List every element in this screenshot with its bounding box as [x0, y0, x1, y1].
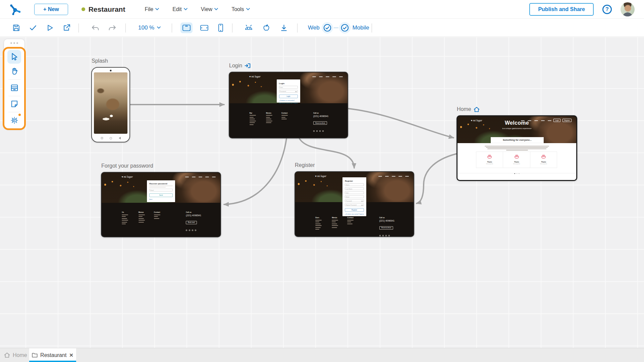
back-link: Back [149, 198, 172, 200]
export-button[interactable] [62, 23, 71, 32]
project-status-dot [82, 7, 85, 11]
web-label: Web [308, 24, 320, 31]
hand-icon [10, 67, 19, 76]
device-desktop-button[interactable] [180, 22, 193, 33]
chevron-down-icon [184, 8, 187, 10]
web-toggle[interactable] [322, 22, 333, 34]
toggle-connector [334, 27, 338, 28]
redo-button[interactable] [108, 23, 116, 32]
components-icon [10, 116, 19, 125]
publish-share-button[interactable]: Publish and Share [529, 3, 594, 16]
divider [297, 23, 298, 33]
divider [8, 79, 20, 80]
close-icon[interactable]: ✕ [69, 352, 73, 358]
nav-back-icon [119, 137, 121, 139]
splash-photo [94, 72, 127, 134]
splash-phone-frame [91, 67, 130, 142]
desktop-icon [182, 24, 191, 32]
templates-tool[interactable] [7, 97, 21, 111]
menu-tools[interactable]: Tools [231, 6, 250, 12]
user-field: User [279, 86, 298, 88]
site-logo: ♥ mi lugar [471, 119, 482, 122]
new-button[interactable]: + New [34, 4, 68, 15]
zoom-value: 100 % [138, 24, 154, 31]
zoom-select[interactable]: 100 % [138, 24, 161, 31]
simulate-button[interactable] [46, 23, 54, 32]
save-icon [12, 23, 20, 32]
login-page-thumbnail: ♥ mi lugar Login User Password Login ¿Ol… [229, 72, 348, 138]
android-export-button[interactable] [244, 24, 253, 32]
label-text: Forgot your password [101, 163, 153, 169]
email-field: Email [149, 189, 172, 191]
send-button: Send [149, 193, 172, 197]
check-icon [29, 23, 37, 32]
device-phone-button[interactable] [218, 23, 223, 32]
welcome-subtitle: to a unique gastronomic experience [458, 127, 576, 129]
menu-view-label: View [201, 6, 212, 12]
help-icon[interactable]: ? [602, 5, 612, 14]
screens-tool[interactable] [7, 81, 21, 95]
select-tool[interactable] [7, 50, 21, 64]
recover-card-title: Recover password [149, 183, 172, 185]
forgot-page-thumbnail: ♥ mi lugar Recover password Email Send B… [101, 172, 221, 237]
phone-icon [218, 23, 223, 32]
ios-export-button[interactable] [262, 23, 270, 32]
label-text: Home [457, 106, 471, 112]
divider [458, 173, 576, 173]
screen-splash-label[interactable]: Splash [92, 58, 108, 64]
site-nav: ♥ mi lugar [102, 173, 220, 181]
canvas[interactable]: Splash Login ♥ mi lugar Login [0, 37, 644, 348]
phone-number: (221) 4096541 [186, 214, 201, 217]
footer-col: Ours [315, 217, 322, 231]
android-nav-bar [92, 137, 129, 139]
mobile-toggle[interactable] [339, 22, 351, 34]
helper-text [149, 186, 172, 188]
screen-register[interactable]: Register ♥ mi lugar Register Name Last N… [294, 171, 414, 237]
tool-palette [4, 39, 24, 129]
home-page-thumbnail: ♥ mi lugar Login Register Welcome to a u… [457, 115, 577, 181]
screen-login-label[interactable]: Login [229, 63, 251, 69]
components-tool[interactable] [7, 113, 21, 127]
screen-home-label[interactable]: Home [457, 106, 480, 112]
menu-file-label: File [145, 6, 153, 12]
undo-button[interactable] [91, 23, 100, 32]
nav-square-icon [101, 137, 103, 139]
toolbar-drag-handle[interactable] [4, 39, 24, 44]
bowl-icon [487, 155, 492, 159]
screen-login[interactable]: Login ♥ mi lugar Login User Password Log… [229, 72, 348, 138]
pan-tool[interactable] [7, 65, 21, 78]
social-icons [186, 226, 201, 232]
tab-home[interactable]: Home [4, 348, 27, 362]
header: + New Restaurant File Edit View Tools Pu… [0, 0, 644, 18]
nav-links [375, 173, 409, 179]
connector-home-register [417, 154, 456, 203]
device-tablet-button[interactable] [200, 24, 209, 32]
menu-edit[interactable]: Edit [172, 6, 187, 12]
screen-register-label[interactable]: Register [295, 162, 315, 168]
download-button[interactable] [280, 23, 288, 32]
menu-bar: File Edit View Tools [145, 6, 250, 12]
feature-card: TítuloDescripción [503, 152, 530, 168]
screen-forgot-password[interactable]: Forgot your password ♥ mi lugar Recover … [101, 172, 221, 237]
phone-number: (221) 4096541 [379, 220, 395, 222]
site-footer: Us Menus Contact Call us (221) 4096541 B… [102, 208, 220, 237]
validate-button[interactable] [29, 23, 37, 32]
feature-card: TítuloDescripción [530, 152, 557, 168]
project-title: Restaurant [89, 5, 125, 13]
screen-splash[interactable]: Splash [91, 67, 130, 142]
app-window: + New Restaurant File Edit View Tools Pu… [0, 0, 644, 362]
circle-check-icon [323, 24, 331, 32]
divider [172, 23, 172, 33]
screen-forgot-label[interactable]: Forgot your password [101, 163, 153, 169]
menu-view[interactable]: View [201, 6, 218, 12]
undo-icon [91, 23, 100, 32]
login-button: Login [279, 95, 298, 98]
screen-home[interactable]: Home ♥ mi lugar Login Register Welcome t… [457, 115, 577, 181]
save-button[interactable] [12, 23, 20, 32]
user-avatar[interactable] [621, 2, 635, 16]
chevron-down-icon [155, 8, 159, 10]
menu-file[interactable]: File [145, 6, 159, 12]
tab-restaurant[interactable]: Restaurant ✕ [29, 348, 76, 362]
divider [8, 96, 20, 96]
site-nav: ♥ mi lugar [229, 72, 347, 80]
